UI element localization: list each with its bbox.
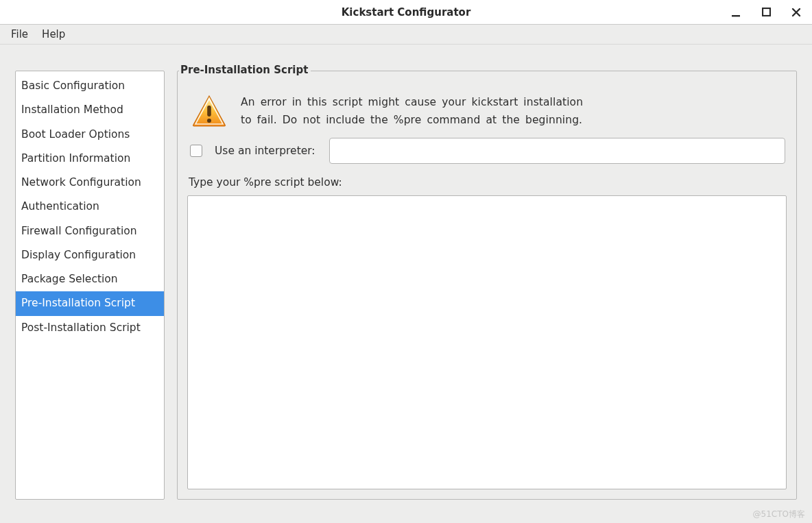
close-icon <box>791 8 801 17</box>
interpreter-checkbox[interactable] <box>190 145 202 157</box>
interpreter-label: Use an interpreter: <box>215 145 315 157</box>
sidebar-item-0[interactable]: Basic Configuration <box>16 74 164 98</box>
sidebar-item-7[interactable]: Display Configuration <box>16 243 164 267</box>
window-title: Kickstart Configurator <box>342 6 471 19</box>
sidebar: Basic ConfigurationInstallation MethodBo… <box>15 71 165 500</box>
close-button[interactable] <box>790 6 802 19</box>
svg-point-3 <box>207 119 211 123</box>
workarea: Basic ConfigurationInstallation MethodBo… <box>0 45 812 523</box>
warning-text-line1: An error in this script might cause your… <box>241 96 583 108</box>
sidebar-item-6[interactable]: Firewall Configuration <box>16 219 164 243</box>
menu-file[interactable]: File <box>4 25 35 43</box>
maximize-button[interactable] <box>760 6 772 19</box>
pre-script-textarea[interactable] <box>187 195 787 489</box>
sidebar-item-8[interactable]: Package Selection <box>16 267 164 291</box>
minimize-icon <box>731 8 741 17</box>
menu-help[interactable]: Help <box>35 25 72 43</box>
sidebar-item-1[interactable]: Installation Method <box>16 98 164 122</box>
sidebar-item-4[interactable]: Network Configuration <box>16 171 164 195</box>
pre-install-fieldset: Pre-Installation Script <box>177 71 797 500</box>
sidebar-item-5[interactable]: Authentication <box>16 195 164 219</box>
warning-text: An error in this script might cause your… <box>241 93 583 130</box>
warning-row: An error in this script might cause your… <box>187 88 787 136</box>
script-prompt-label: Type your %pre script below: <box>187 171 787 195</box>
sidebar-item-2[interactable]: Boot Loader Options <box>16 123 164 147</box>
sidebar-item-10[interactable]: Post-Installation Script <box>16 316 164 340</box>
interpreter-row: Use an interpreter: <box>187 136 787 171</box>
warning-text-line2: to fail. Do not include the %pre command… <box>241 114 582 126</box>
sidebar-item-3[interactable]: Partition Information <box>16 147 164 171</box>
svg-rect-0 <box>732 15 740 16</box>
content-area: Pre-Installation Script <box>177 71 797 500</box>
warning-icon <box>191 95 227 127</box>
interpreter-input[interactable] <box>329 138 785 164</box>
svg-rect-2 <box>207 106 211 117</box>
minimize-button[interactable] <box>730 6 742 19</box>
menubar: File Help <box>0 25 812 45</box>
fieldset-legend: Pre-Installation Script <box>179 64 311 76</box>
titlebar: Kickstart Configurator <box>0 0 812 25</box>
window-controls <box>730 0 802 24</box>
sidebar-item-9[interactable]: Pre-Installation Script <box>16 291 164 315</box>
svg-rect-1 <box>763 8 770 16</box>
maximize-icon <box>762 8 771 16</box>
